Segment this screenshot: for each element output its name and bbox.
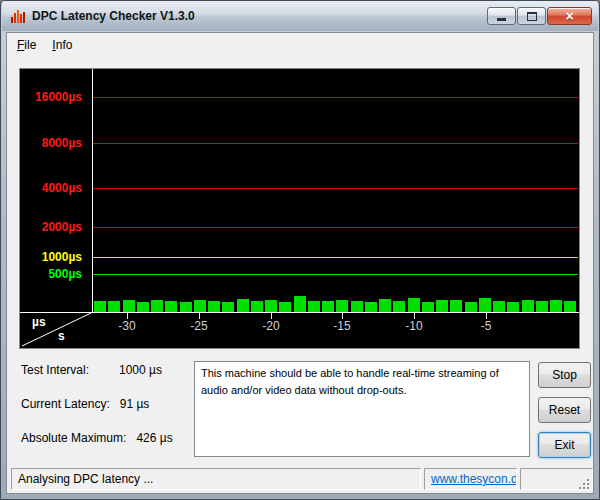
title-bar[interactable]: DPC Latency Checker V1.3.0 × <box>2 1 598 31</box>
x-tick-label: -25 <box>185 319 213 333</box>
app-icon <box>10 8 26 24</box>
x-tick-label: -5 <box>472 319 500 333</box>
x-tick-label: -30 <box>113 319 141 333</box>
close-icon: × <box>565 9 573 23</box>
x-tick-label: -15 <box>328 319 356 333</box>
y-unit-label: µs <box>32 315 46 329</box>
minimize-button[interactable] <box>487 7 516 25</box>
stat-value: 426 µs <box>136 431 172 445</box>
status-bar: Analysing DPC latency ... www.thesycon.d… <box>8 465 592 494</box>
status-link-cell: www.thesycon.de <box>424 468 517 490</box>
stat-label: Current Latency: <box>21 397 110 411</box>
stat-label: Test Interval: <box>21 363 109 377</box>
result-message: This machine should be able to handle re… <box>194 361 530 457</box>
window-controls: × <box>487 7 592 25</box>
menu-item-file[interactable]: File <box>9 35 44 55</box>
stat-label: Absolute Maximum: <box>21 431 126 445</box>
reset-button[interactable]: Reset <box>538 397 591 423</box>
status-text: Analysing DPC latency ... <box>11 468 421 490</box>
stat-test-interval: Test Interval:1000 µs <box>21 363 162 377</box>
window-title: DPC Latency Checker V1.3.0 <box>32 9 487 23</box>
menu-item-info[interactable]: Info <box>44 35 80 55</box>
stat-value: 91 µs <box>120 397 150 411</box>
latency-chart: 16000µs8000µs4000µs2000µs1000µs500µs -30… <box>19 68 580 349</box>
thesycon-link[interactable]: www.thesycon.de <box>431 472 517 486</box>
x-tick-label: -10 <box>400 319 428 333</box>
client-area: File Info 16000µs8000µs4000µs2000µs1000µ… <box>6 32 594 494</box>
x-unit-label: s <box>58 329 65 343</box>
stop-button[interactable]: Stop <box>538 362 591 388</box>
close-button[interactable]: × <box>547 7 592 25</box>
x-axis: -30-25-20-15-10-5 <box>20 69 579 348</box>
exit-button[interactable]: Exit <box>538 432 591 458</box>
x-tick-label: -20 <box>257 319 285 333</box>
stat-absolute-maximum: Absolute Maximum:426 µs <box>21 431 173 445</box>
stat-value: 1000 µs <box>119 363 162 377</box>
minimize-icon <box>497 18 506 21</box>
axis-corner-diagonal <box>20 312 92 348</box>
app-window: DPC Latency Checker V1.3.0 × File Info 1… <box>0 0 600 500</box>
maximize-icon <box>527 12 537 21</box>
resize-grip[interactable] <box>577 477 590 490</box>
menu-bar: File Info <box>7 33 593 56</box>
stat-current-latency: Current Latency:91 µs <box>21 397 149 411</box>
maximize-button[interactable] <box>517 7 546 25</box>
